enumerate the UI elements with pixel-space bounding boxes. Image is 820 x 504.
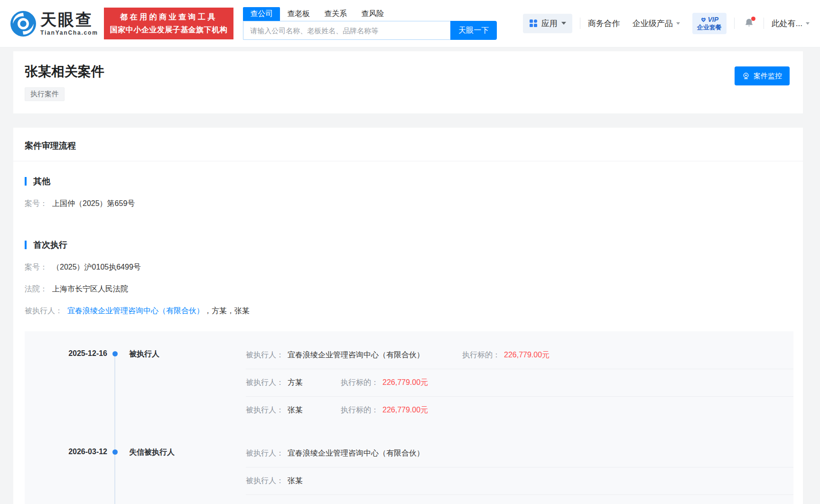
- user-menu[interactable]: 此处有...: [772, 18, 810, 29]
- page-title-card: 张某相关案件 执行案件 案件监控: [13, 51, 803, 113]
- apps-grid-icon: [529, 19, 538, 28]
- field-label: 法院：: [25, 285, 47, 293]
- apps-menu-button[interactable]: 应用: [523, 14, 572, 33]
- amount-label: 执行标的：: [462, 351, 500, 359]
- divider: [764, 18, 764, 29]
- field-label: 被执行人：: [25, 307, 63, 315]
- field-value: 上海市长宁区人民法院: [52, 285, 128, 293]
- timeline-dot: [112, 449, 118, 455]
- execution-detail-row: 被执行人： 张某: [246, 467, 793, 495]
- vip-package-label: 企业套餐: [697, 24, 722, 32]
- section-heading-first-execution: 首次执行: [25, 239, 793, 251]
- execution-amount: 226,779.00元: [504, 351, 550, 359]
- slogan-line-2: 国家中小企业发展子基金旗下机构: [110, 24, 228, 36]
- vip-label: VIP: [708, 15, 719, 24]
- apps-label: 应用: [541, 18, 558, 29]
- execution-detail-row: 被执行人： 宜春浪绫企业管理咨询中心（有限合伙） 执行标的：226,779.00…: [246, 342, 793, 369]
- notification-dot: [751, 17, 755, 21]
- search-tab-risk[interactable]: 查风险: [354, 7, 391, 21]
- amount-label: 执行标的：: [341, 378, 379, 386]
- vip-heart-icon: [700, 17, 707, 23]
- logo-domain: TianYanCha.com: [40, 29, 98, 36]
- logo-title: 天眼查: [40, 11, 98, 28]
- divider: [734, 18, 735, 29]
- flow-heading: 案件审理流程: [25, 140, 793, 151]
- notification-bell-icon[interactable]: [744, 18, 754, 29]
- timeline-date: 2025-12-16: [57, 349, 107, 424]
- enterprise-products-label: 企业级产品: [633, 18, 673, 29]
- search-tab-relation[interactable]: 查关系: [317, 7, 354, 21]
- execution-timeline: 2025-12-16 被执行人 被执行人： 宜春浪绫企业管理咨询中心（有限合伙）…: [25, 331, 793, 504]
- search-tab-boss[interactable]: 查老板: [280, 7, 317, 21]
- row-label: 被执行人：: [246, 448, 284, 458]
- execution-detail-row: 被执行人： 方某: [246, 495, 793, 504]
- row-label: 被执行人：: [246, 476, 284, 486]
- company-link[interactable]: 宜春浪绫企业管理咨询中心（有限合伙）: [67, 307, 204, 315]
- case-monitor-label: 案件监控: [754, 72, 782, 81]
- case-type-tag: 执行案件: [25, 87, 65, 101]
- chevron-down-icon: [806, 22, 810, 25]
- field-row-case-number: 案号：上国仲（2025）第659号: [25, 199, 793, 209]
- chevron-down-icon: [676, 22, 680, 25]
- execution-amount: 226,779.00元: [382, 406, 428, 414]
- divider: [13, 161, 803, 161]
- company-link[interactable]: 宜春浪绫企业管理咨询中心（有限合伙）: [288, 448, 424, 458]
- company-link[interactable]: 宜春浪绫企业管理咨询中心（有限合伙）: [288, 350, 424, 360]
- timeline-group: 2026-03-12 失信被执行人 被执行人： 宜春浪绫企业管理咨询中心（有限合…: [57, 440, 793, 504]
- person-name: 张某: [288, 405, 303, 415]
- vip-enterprise-badge[interactable]: VIP 企业套餐: [692, 13, 727, 34]
- monitor-camera-icon: [742, 72, 750, 80]
- section-heading-other: 其他: [25, 176, 793, 187]
- header-nav: 应用 商务合作 企业级产品 VIP 企业套餐: [523, 13, 810, 34]
- timeline-date: 2026-03-12: [57, 448, 107, 504]
- divider: [580, 18, 580, 29]
- field-value: ，方某，张某: [204, 307, 250, 315]
- row-label: 被执行人：: [246, 405, 284, 415]
- field-value: （2025）沪0105执6499号: [52, 263, 141, 271]
- section-title: 其他: [33, 176, 50, 187]
- row-label: 被执行人：: [246, 350, 284, 360]
- timeline-dot: [112, 351, 118, 356]
- case-monitor-button[interactable]: 案件监控: [735, 66, 790, 85]
- field-row-executed-persons: 被执行人：宜春浪绫企业管理咨询中心（有限合伙），方某，张某: [25, 306, 793, 316]
- field-row-court: 法院：上海市长宁区人民法院: [25, 284, 793, 294]
- tianyancha-logo-icon: [10, 11, 36, 37]
- search-tabs: 查公司 查老板 查关系 查风险: [243, 7, 497, 21]
- tianyancha-logo[interactable]: 天眼查 TianYanCha.com: [10, 11, 98, 37]
- execution-amount: 226,779.00元: [382, 378, 428, 386]
- execution-detail-row: 被执行人： 宜春浪绫企业管理咨询中心（有限合伙）: [246, 440, 793, 467]
- search-block: 查公司 查老板 查关系 查风险 天眼一下: [243, 7, 497, 40]
- field-label: 案号：: [25, 199, 47, 207]
- field-row-case-number: 案号：（2025）沪0105执6499号: [25, 262, 793, 272]
- case-flow-card: 案件审理流程 其他 案号：上国仲（2025）第659号 首次执行 案号：（202…: [13, 128, 803, 504]
- row-label: 被执行人：: [246, 378, 284, 388]
- execution-detail-row: 被执行人： 方某 执行标的：226,779.00元: [246, 369, 793, 396]
- chevron-down-icon: [561, 22, 566, 25]
- search-button[interactable]: 天眼一下: [450, 21, 497, 40]
- brand-slogan-badge: 都在用的商业查询工具 国家中小企业发展子基金旗下机构: [104, 8, 234, 39]
- page-title: 张某相关案件: [25, 64, 104, 80]
- search-tab-company[interactable]: 查公司: [243, 7, 280, 21]
- section-title: 首次执行: [33, 239, 67, 251]
- timeline-group: 2025-12-16 被执行人 被执行人： 宜春浪绫企业管理咨询中心（有限合伙）…: [57, 342, 793, 424]
- amount-label: 执行标的：: [341, 406, 379, 414]
- timeline-label: 被执行人: [129, 349, 159, 424]
- person-name: 方某: [288, 378, 303, 388]
- search-input[interactable]: [243, 21, 450, 40]
- field-value: 上国仲（2025）第659号: [52, 199, 135, 207]
- top-header: 天眼查 TianYanCha.com 都在用的商业查询工具 国家中小企业发展子基…: [0, 0, 820, 47]
- blue-bar-marker: [25, 177, 27, 186]
- person-name: 张某: [288, 476, 303, 486]
- field-label: 案号：: [25, 263, 47, 271]
- nav-business-cooperation[interactable]: 商务合作: [588, 18, 620, 29]
- timeline-label: 失信被执行人: [129, 448, 175, 504]
- slogan-line-1: 都在用的商业查询工具: [110, 11, 228, 23]
- nav-enterprise-products[interactable]: 企业级产品: [633, 18, 680, 29]
- blue-bar-marker: [25, 241, 27, 249]
- execution-detail-row: 被执行人： 张某 执行标的：226,779.00元: [246, 396, 793, 424]
- user-menu-label: 此处有...: [772, 18, 802, 29]
